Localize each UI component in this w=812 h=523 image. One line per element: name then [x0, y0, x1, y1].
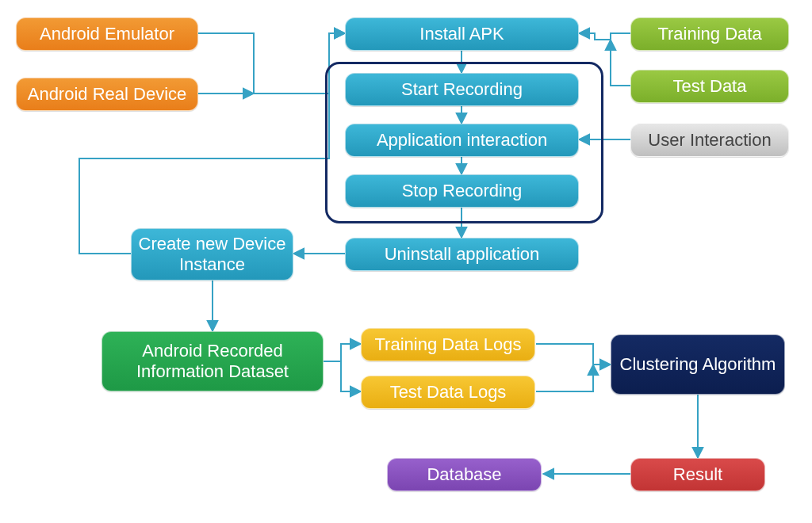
node-install-apk: Install APK: [345, 17, 579, 51]
node-training-logs: Training Data Logs: [361, 328, 535, 361]
node-database: Database: [387, 458, 542, 491]
node-recorded-dataset: Android Recorded Information Dataset: [102, 331, 324, 391]
node-app-interaction: Application interaction: [345, 124, 579, 157]
node-android-emulator: Android Emulator: [16, 17, 198, 51]
node-android-real-device: Android Real Device: [16, 78, 198, 111]
node-result: Result: [630, 458, 765, 491]
node-test-logs: Test Data Logs: [361, 376, 535, 409]
node-user-interaction: User Interaction: [630, 124, 789, 157]
node-create-new-device: Create new Device Instance: [131, 228, 293, 281]
node-start-recording: Start Recording: [345, 73, 579, 106]
node-clustering: Clustering Algorithm: [611, 334, 785, 395]
node-training-data: Training Data: [630, 17, 789, 51]
node-uninstall-app: Uninstall application: [345, 238, 579, 271]
node-stop-recording: Stop Recording: [345, 174, 579, 208]
node-test-data: Test Data: [630, 70, 789, 103]
